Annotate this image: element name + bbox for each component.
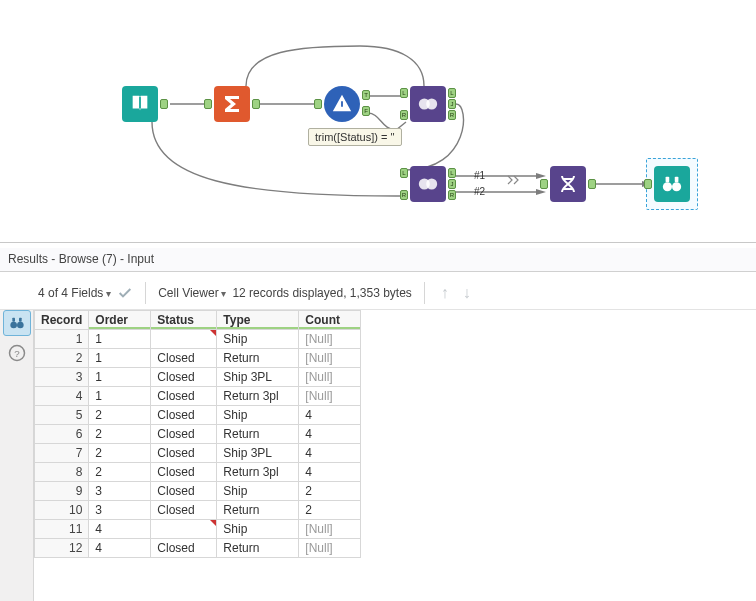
cell-type[interactable]: Ship [217, 482, 299, 501]
nav-up-button[interactable]: ↑ [437, 284, 453, 302]
left-input-anchor[interactable]: L [400, 88, 408, 98]
rail-browse-button[interactable] [3, 310, 31, 336]
workflow-canvas[interactable]: T F trim([Status]) = '' L R L J R L R L … [0, 0, 756, 243]
cell-type[interactable]: Ship [217, 406, 299, 425]
table-row[interactable]: 41ClosedReturn 3pl[Null] [35, 387, 361, 406]
cell-status[interactable]: Closed [151, 501, 217, 520]
right-input-anchor[interactable]: R [400, 110, 408, 120]
join-tool-2[interactable]: L R L J R [410, 166, 446, 202]
cell-count[interactable]: [Null] [299, 349, 361, 368]
cell-status[interactable]: Closed [151, 463, 217, 482]
output-anchor[interactable] [252, 99, 260, 109]
right-output-anchor[interactable]: R [448, 110, 456, 120]
cell-order[interactable]: 1 [89, 349, 151, 368]
cell-type[interactable]: Return 3pl [217, 463, 299, 482]
filter-tool[interactable]: T F [324, 86, 360, 122]
cell-order[interactable]: 4 [89, 539, 151, 558]
right-output-anchor[interactable]: R [448, 190, 456, 200]
apply-check-icon[interactable] [117, 285, 133, 301]
cell-count[interactable]: [Null] [299, 330, 361, 349]
cell-type[interactable]: Return [217, 539, 299, 558]
table-row[interactable]: 21ClosedReturn[Null] [35, 349, 361, 368]
left-output-anchor[interactable]: L [448, 88, 456, 98]
cell-type[interactable]: Return [217, 425, 299, 444]
true-output-anchor[interactable]: T [362, 90, 370, 100]
input-anchor[interactable] [204, 99, 212, 109]
input-anchor[interactable] [314, 99, 322, 109]
table-row[interactable]: 52ClosedShip4 [35, 406, 361, 425]
table-row[interactable]: 124ClosedReturn[Null] [35, 539, 361, 558]
cell-status[interactable]: Closed [151, 406, 217, 425]
summarize-tool[interactable] [214, 86, 250, 122]
cell-status[interactable]: Closed [151, 425, 217, 444]
left-output-anchor[interactable]: L [448, 168, 456, 178]
cell-order[interactable]: 3 [89, 501, 151, 520]
cell-type[interactable]: Return 3pl [217, 387, 299, 406]
cellviewer-dropdown[interactable]: Cell Viewer [158, 286, 226, 300]
left-input-anchor[interactable]: L [400, 168, 408, 178]
browse-tool[interactable] [654, 166, 690, 202]
col-type[interactable]: Type [217, 311, 299, 330]
cell-count[interactable]: 2 [299, 501, 361, 520]
col-order[interactable]: Order [89, 311, 151, 330]
cell-status[interactable] [151, 520, 217, 539]
cell-count[interactable]: 4 [299, 444, 361, 463]
cell-status[interactable]: Closed [151, 444, 217, 463]
cell-status[interactable]: Closed [151, 482, 217, 501]
cell-status[interactable] [151, 330, 217, 349]
cell-status[interactable]: Closed [151, 539, 217, 558]
cell-count[interactable]: [Null] [299, 387, 361, 406]
cell-order[interactable]: 3 [89, 482, 151, 501]
cell-count[interactable]: [Null] [299, 520, 361, 539]
cell-order[interactable]: 1 [89, 387, 151, 406]
table-row[interactable]: 62ClosedReturn4 [35, 425, 361, 444]
col-record[interactable]: Record [35, 311, 89, 330]
cell-type[interactable]: Ship [217, 520, 299, 539]
table-row[interactable]: 103ClosedReturn2 [35, 501, 361, 520]
cell-count[interactable]: 4 [299, 425, 361, 444]
right-input-anchor[interactable]: R [400, 190, 408, 200]
cell-count[interactable]: [Null] [299, 539, 361, 558]
fields-dropdown[interactable]: 4 of 4 Fields [38, 286, 111, 300]
table-row[interactable]: 72ClosedShip 3PL4 [35, 444, 361, 463]
cell-type[interactable]: Return [217, 501, 299, 520]
cell-type[interactable]: Ship [217, 330, 299, 349]
table-row[interactable]: 11Ship[Null] [35, 330, 361, 349]
cell-status[interactable]: Closed [151, 387, 217, 406]
table-row[interactable]: 93ClosedShip2 [35, 482, 361, 501]
cell-status[interactable]: Closed [151, 368, 217, 387]
cell-order[interactable]: 2 [89, 463, 151, 482]
false-output-anchor[interactable]: F [362, 106, 370, 116]
rail-help-button[interactable]: ? [3, 340, 31, 366]
cell-type[interactable]: Ship 3PL [217, 368, 299, 387]
cell-type[interactable]: Ship 3PL [217, 444, 299, 463]
output-anchor[interactable] [588, 179, 596, 189]
cell-status[interactable]: Closed [151, 349, 217, 368]
col-status[interactable]: Status [151, 311, 217, 330]
cell-order[interactable]: 2 [89, 406, 151, 425]
table-row[interactable]: 114Ship[Null] [35, 520, 361, 539]
cell-count[interactable]: 4 [299, 406, 361, 425]
cell-count[interactable]: 2 [299, 482, 361, 501]
cell-order[interactable]: 1 [89, 330, 151, 349]
join-output-anchor[interactable]: J [448, 99, 456, 109]
table-row[interactable]: 82ClosedReturn 3pl4 [35, 463, 361, 482]
cell-order[interactable]: 2 [89, 425, 151, 444]
cell-count[interactable]: 4 [299, 463, 361, 482]
output-anchor[interactable] [160, 99, 168, 109]
input-anchor[interactable] [644, 179, 652, 189]
cell-type[interactable]: Return [217, 349, 299, 368]
join-tool-1[interactable]: L R L J R [410, 86, 446, 122]
col-count[interactable]: Count [299, 311, 361, 330]
nav-down-button[interactable]: ↓ [459, 284, 475, 302]
cell-order[interactable]: 1 [89, 368, 151, 387]
cell-order[interactable]: 2 [89, 444, 151, 463]
join-output-anchor[interactable]: J [448, 179, 456, 189]
input-anchor[interactable] [540, 179, 548, 189]
cell-order[interactable]: 4 [89, 520, 151, 539]
union-tool[interactable] [550, 166, 586, 202]
cell-count[interactable]: [Null] [299, 368, 361, 387]
table-row[interactable]: 31ClosedShip 3PL[Null] [35, 368, 361, 387]
input-data-tool[interactable] [122, 86, 158, 122]
results-table[interactable]: Record Order Status Type Count 11Ship[Nu… [34, 310, 361, 558]
